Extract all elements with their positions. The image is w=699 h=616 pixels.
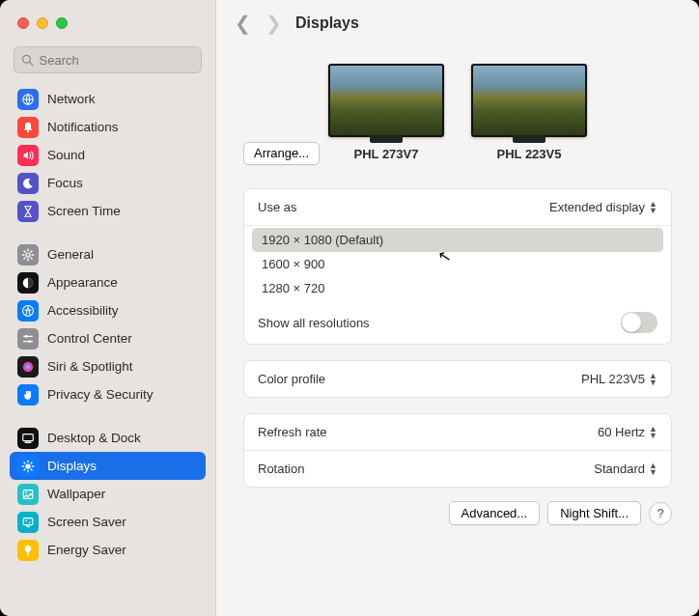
sidebar-item-siri-spotlight[interactable]: Siri & Spotlight xyxy=(10,352,206,380)
night-shift-button[interactable]: Night Shift... xyxy=(547,501,641,525)
row-value: 60 Hertz xyxy=(598,425,645,439)
sidebar-item-control-center[interactable]: Control Center xyxy=(10,324,206,352)
svg-rect-21 xyxy=(23,434,34,440)
sidebar-item-label: Privacy & Security xyxy=(47,387,154,402)
sidebar-item-label: Focus xyxy=(47,176,83,190)
svg-point-23 xyxy=(25,463,30,468)
system-settings-window: NetworkNotificationsSoundFocusScreen Tim… xyxy=(0,0,699,616)
forward-button[interactable]: ❯ xyxy=(265,12,282,35)
svg-point-3 xyxy=(27,130,29,132)
content-toolbar: ❮ ❯ Displays xyxy=(216,0,699,46)
sidebar-item-label: Accessibility xyxy=(47,303,119,318)
sidebar-item-label: Notifications xyxy=(47,120,119,134)
access-icon xyxy=(17,300,39,322)
svg-line-11 xyxy=(31,250,32,251)
rotation-row[interactable]: Rotation Standard ▲▼ xyxy=(244,450,671,487)
row-label: Rotation xyxy=(258,462,304,476)
monitor-thumbnail xyxy=(471,64,587,137)
sidebar-item-wallpaper[interactable]: Wallpaper xyxy=(10,480,206,508)
sidebar-item-desktop-dock[interactable]: Desktop & Dock xyxy=(10,424,206,452)
sidebar-item-general[interactable]: General xyxy=(10,240,206,268)
sidebar: NetworkNotificationsSoundFocusScreen Tim… xyxy=(0,0,216,616)
row-label: Use as xyxy=(258,200,296,214)
resolution-option[interactable]: 1600 × 900 xyxy=(252,252,663,276)
close-window-button[interactable] xyxy=(17,17,29,29)
sidebar-item-energy-saver[interactable]: Energy Saver xyxy=(10,536,206,564)
refresh-rate-row[interactable]: Refresh rate 60 Hertz ▲▼ xyxy=(244,414,671,450)
search-field[interactable] xyxy=(14,46,202,73)
sidebar-item-screen-saver[interactable]: Screen Saver xyxy=(10,508,206,536)
updown-icon: ▲▼ xyxy=(649,426,657,439)
svg-rect-34 xyxy=(23,518,33,524)
globe-icon xyxy=(17,89,39,110)
sidebar-item-label: Appearance xyxy=(47,275,118,290)
svg-line-29 xyxy=(31,469,32,470)
minimize-window-button[interactable] xyxy=(37,17,48,29)
sidebar-item-label: Displays xyxy=(47,459,97,473)
gear-icon xyxy=(17,244,39,266)
svg-line-1 xyxy=(30,62,33,65)
sidebar-item-screen-time[interactable]: Screen Time xyxy=(10,197,206,225)
speaker-icon xyxy=(17,145,39,166)
sidebar-item-network[interactable]: Network xyxy=(10,85,206,113)
svg-line-10 xyxy=(31,257,32,258)
color-profile-card: Color profile PHL 223V5 ▲▼ xyxy=(243,360,672,398)
svg-rect-38 xyxy=(27,553,30,554)
sidebar-item-focus[interactable]: Focus xyxy=(10,169,206,197)
search-icon xyxy=(21,53,34,67)
svg-point-33 xyxy=(25,491,27,493)
row-value: PHL 223V5 xyxy=(581,372,645,386)
hand-icon xyxy=(17,384,39,406)
sidebar-item-appearance[interactable]: Appearance xyxy=(10,268,206,296)
monitor-2[interactable]: PHL 223V5 xyxy=(471,64,587,161)
svg-line-12 xyxy=(24,257,25,258)
bulb-icon xyxy=(17,540,39,561)
sidebar-item-label: Siri & Spotlight xyxy=(47,359,133,374)
svg-rect-39 xyxy=(27,554,29,555)
svg-line-31 xyxy=(24,469,25,470)
dock-icon xyxy=(17,428,39,449)
arrange-button[interactable]: Arrange... xyxy=(243,142,320,165)
color-profile-row[interactable]: Color profile PHL 223V5 ▲▼ xyxy=(244,361,671,397)
monitor-1[interactable]: PHL 273V7 xyxy=(328,64,444,161)
use-as-row[interactable]: Use as Extended display ▲▼ xyxy=(244,189,671,225)
back-button[interactable]: ❮ xyxy=(234,12,251,35)
svg-point-20 xyxy=(23,361,34,372)
wallpaper-icon xyxy=(17,484,39,505)
row-label: Color profile xyxy=(258,372,325,386)
display-options-card: Refresh rate 60 Hertz ▲▼ Rotation Standa… xyxy=(243,413,672,488)
svg-line-28 xyxy=(24,462,25,462)
sidebar-item-displays[interactable]: Displays xyxy=(10,452,206,480)
row-label: Show all resolutions xyxy=(258,316,370,330)
row-value: Extended display xyxy=(549,200,645,214)
zoom-window-button[interactable] xyxy=(56,17,68,29)
content-pane: ❮ ❯ Displays PHL 273V7 PHL 223V5 Arrange… xyxy=(216,0,699,616)
sidebar-item-sound[interactable]: Sound xyxy=(10,141,206,169)
row-label: Refresh rate xyxy=(258,425,327,439)
search-input[interactable] xyxy=(40,53,194,68)
advanced-button[interactable]: Advanced... xyxy=(449,501,541,525)
svg-rect-22 xyxy=(25,441,32,442)
resolution-option[interactable]: 1280 × 720 xyxy=(252,276,663,300)
sidebar-item-label: Screen Time xyxy=(47,204,121,218)
svg-line-30 xyxy=(31,462,32,462)
sidebar-item-label: General xyxy=(47,247,94,262)
sidebar-item-notifications[interactable]: Notifications xyxy=(10,113,206,141)
row-value: Standard xyxy=(594,462,645,476)
help-button[interactable]: ? xyxy=(649,502,672,525)
resolution-option[interactable]: 1920 × 1080 (Default) xyxy=(252,228,663,252)
svg-point-37 xyxy=(29,521,31,523)
sidebar-item-label: Desktop & Dock xyxy=(47,431,141,445)
appearance-icon xyxy=(17,272,39,294)
content-body: PHL 273V7 PHL 223V5 Arrange... ↖ Use as … xyxy=(216,46,699,616)
monitor-label: PHL 223V5 xyxy=(497,147,562,161)
updown-icon: ▲▼ xyxy=(649,201,657,214)
sidebar-item-label: Control Center xyxy=(47,331,132,346)
updown-icon: ▲▼ xyxy=(649,462,657,476)
sidebar-list: NetworkNotificationsSoundFocusScreen Tim… xyxy=(0,81,215,616)
sidebar-item-privacy-security[interactable]: Privacy & Security xyxy=(10,380,206,408)
sidebar-item-accessibility[interactable]: Accessibility xyxy=(10,296,206,324)
svg-point-15 xyxy=(27,307,29,309)
show-all-resolutions-toggle[interactable] xyxy=(621,312,657,333)
screensaver-icon xyxy=(17,512,39,533)
